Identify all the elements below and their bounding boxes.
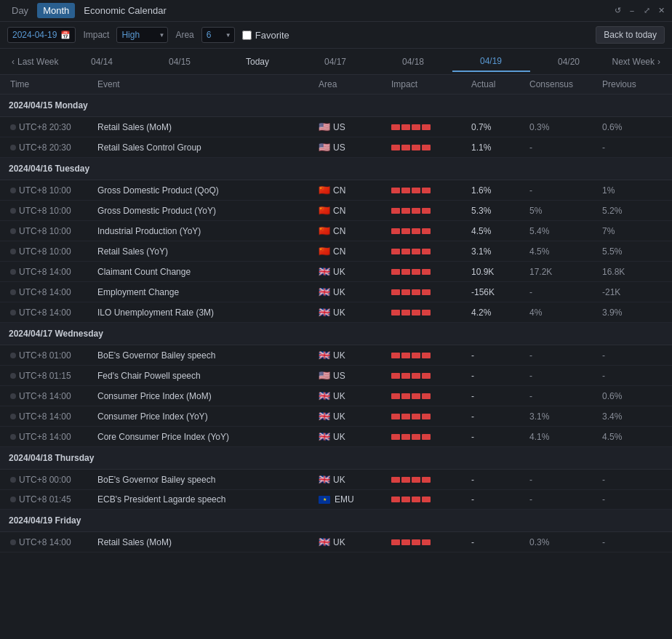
favorite-checkbox-wrap[interactable]: Favorite bbox=[242, 30, 289, 41]
maximize-icon[interactable]: ⤢ bbox=[641, 6, 652, 16]
impact-cell bbox=[388, 228, 468, 234]
cell-previous: 0.6% bbox=[599, 391, 665, 401]
table-row[interactable]: UTC+8 01:15Fed's Chair Powell speech🇺🇸US… bbox=[0, 366, 672, 386]
back-to-today-button[interactable]: Back to today bbox=[596, 26, 665, 44]
area-text: CN bbox=[333, 226, 345, 236]
cell-area: 🇨🇳CN bbox=[316, 225, 388, 236]
cell-area: 🇬🇧UK bbox=[316, 431, 388, 442]
section-header-0: 2024/04/15 Monday bbox=[0, 95, 672, 117]
impact-cell bbox=[388, 477, 468, 483]
dot-icon bbox=[10, 208, 16, 214]
impact-bar bbox=[412, 353, 420, 358]
date-input[interactable]: 2024-04-19 📅 bbox=[7, 27, 76, 43]
close-icon[interactable]: ✕ bbox=[656, 6, 666, 16]
favorite-checkbox[interactable] bbox=[242, 31, 252, 40]
cell-previous: -21K bbox=[599, 287, 665, 297]
cell-area: ★EMU bbox=[316, 494, 388, 505]
impact-bar bbox=[391, 188, 400, 193]
impact-bar bbox=[412, 289, 420, 295]
week-date-04-20[interactable]: 04/20 bbox=[530, 52, 608, 71]
impact-bar bbox=[412, 539, 420, 545]
table-row[interactable]: UTC+8 01:45ECB's President Lagarde speec… bbox=[0, 490, 672, 510]
area-text: UK bbox=[333, 391, 345, 401]
table-row[interactable]: UTC+8 14:00Employment Change🇬🇧UK-156K--2… bbox=[0, 282, 672, 302]
week-date-Today[interactable]: Today bbox=[219, 52, 297, 71]
cell-previous: - bbox=[599, 475, 665, 485]
table-row[interactable]: UTC+8 20:30Retail Sales Control Group🇺🇸U… bbox=[0, 137, 672, 158]
week-date-04-17[interactable]: 04/17 bbox=[297, 52, 375, 71]
week-date-04-18[interactable]: 04/18 bbox=[375, 52, 452, 71]
table-row[interactable]: UTC+8 10:00Retail Sales (YoY)🇨🇳CN3.1%4.5… bbox=[0, 241, 672, 262]
cell-event: Employment Change bbox=[95, 287, 316, 297]
table-row[interactable]: UTC+8 14:00ILO Unemployment Rate (3M)🇬🇧U… bbox=[0, 302, 672, 323]
impact-select[interactable]: High Medium Low bbox=[116, 27, 168, 43]
impact-bar bbox=[412, 414, 420, 419]
prev-week-button[interactable]: ‹ Last Week bbox=[7, 54, 63, 70]
impact-bar bbox=[422, 434, 431, 440]
next-week-button[interactable]: Next Week › bbox=[608, 54, 665, 70]
cell-event: Gross Domestic Product (YoY) bbox=[95, 206, 316, 216]
cell-consensus: - bbox=[527, 287, 599, 297]
table-row[interactable]: UTC+8 20:30Retail Sales (MoM)🇺🇸US0.7%0.3… bbox=[0, 117, 672, 137]
table-row[interactable]: UTC+8 10:00Gross Domestic Product (QoQ)🇨… bbox=[0, 180, 672, 201]
area-select[interactable]: 6 All US EU UK CN bbox=[201, 27, 235, 43]
table-row[interactable]: UTC+8 10:00Industrial Production (YoY)🇨🇳… bbox=[0, 221, 672, 241]
cell-consensus: - bbox=[527, 371, 599, 381]
week-date-04-14[interactable]: 04/14 bbox=[63, 52, 141, 71]
cell-time: UTC+8 01:45 bbox=[7, 494, 95, 505]
tab-month[interactable]: Month bbox=[37, 3, 75, 18]
flag-icon: 🇬🇧 bbox=[319, 431, 330, 442]
cell-time: UTC+8 14:00 bbox=[7, 267, 95, 277]
impact-cell bbox=[388, 289, 468, 295]
table-row[interactable]: UTC+8 14:00Claimant Count Change🇬🇧UK10.9… bbox=[0, 262, 672, 282]
cell-previous: 4.5% bbox=[599, 432, 665, 442]
cell-event: Industrial Production (YoY) bbox=[95, 226, 316, 236]
cell-previous: - bbox=[599, 537, 665, 547]
dot-icon bbox=[10, 228, 16, 234]
cell-consensus: 4.5% bbox=[527, 246, 599, 257]
cell-event: BoE's Governor Bailey speech bbox=[95, 350, 316, 361]
col-area: Area bbox=[316, 79, 388, 89]
emu-flag-icon: ★ bbox=[319, 496, 330, 504]
dot-icon bbox=[10, 353, 16, 358]
week-date-04-19[interactable]: 04/19 bbox=[452, 52, 530, 72]
refresh-icon[interactable]: ↺ bbox=[612, 6, 623, 16]
table-row[interactable]: UTC+8 10:00Gross Domestic Product (YoY)🇨… bbox=[0, 201, 672, 221]
cell-consensus: 3.1% bbox=[527, 411, 599, 422]
tab-day[interactable]: Day bbox=[6, 3, 34, 18]
table-row[interactable]: UTC+8 14:00Consumer Price Index (MoM)🇬🇧U… bbox=[0, 386, 672, 406]
impact-select-wrapper[interactable]: High Medium Low bbox=[116, 27, 168, 43]
table-row[interactable]: UTC+8 00:00BoE's Governor Bailey speech🇬… bbox=[0, 470, 672, 490]
cell-event: Gross Domestic Product (QoQ) bbox=[95, 185, 316, 196]
cell-area: 🇬🇧UK bbox=[316, 350, 388, 361]
cell-time: UTC+8 14:00 bbox=[7, 308, 95, 318]
area-select-wrapper[interactable]: 6 All US EU UK CN bbox=[201, 27, 235, 43]
cell-previous: - bbox=[599, 350, 665, 361]
impact-bar bbox=[412, 373, 420, 379]
impact-label: Impact bbox=[83, 30, 109, 40]
flag-icon: 🇨🇳 bbox=[319, 185, 330, 196]
cell-consensus: - bbox=[527, 185, 599, 196]
table-row[interactable]: UTC+8 14:00Consumer Price Index (YoY)🇬🇧U… bbox=[0, 406, 672, 427]
cell-event: ILO Unemployment Rate (3M) bbox=[95, 308, 316, 318]
table-row[interactable]: UTC+8 14:00Core Consumer Price Index (Yo… bbox=[0, 427, 672, 447]
cell-area: 🇺🇸US bbox=[316, 142, 388, 153]
cell-actual: 0.7% bbox=[468, 122, 527, 132]
impact-bar bbox=[412, 269, 420, 275]
favorite-label: Favorite bbox=[255, 30, 289, 41]
area-text: US bbox=[333, 142, 345, 153]
week-date-04-15[interactable]: 04/15 bbox=[141, 52, 219, 71]
cell-actual: - bbox=[468, 411, 527, 422]
section-header-2: 2024/04/17 Wednesday bbox=[0, 323, 672, 345]
impact-bar bbox=[391, 353, 400, 358]
impact-bar bbox=[401, 434, 410, 440]
table-row[interactable]: UTC+8 01:00BoE's Governor Bailey speech🇬… bbox=[0, 345, 672, 366]
minimize-icon[interactable]: − bbox=[627, 6, 637, 16]
impact-cell bbox=[388, 145, 468, 150]
impact-bar bbox=[391, 477, 400, 483]
impact-bar bbox=[401, 188, 410, 193]
table-row[interactable]: UTC+8 14:00Retail Sales (MoM)🇬🇧UK-0.3%- bbox=[0, 532, 672, 552]
area-text: CN bbox=[333, 185, 345, 196]
dot-icon bbox=[10, 188, 16, 193]
cell-previous: 0.6% bbox=[599, 122, 665, 132]
